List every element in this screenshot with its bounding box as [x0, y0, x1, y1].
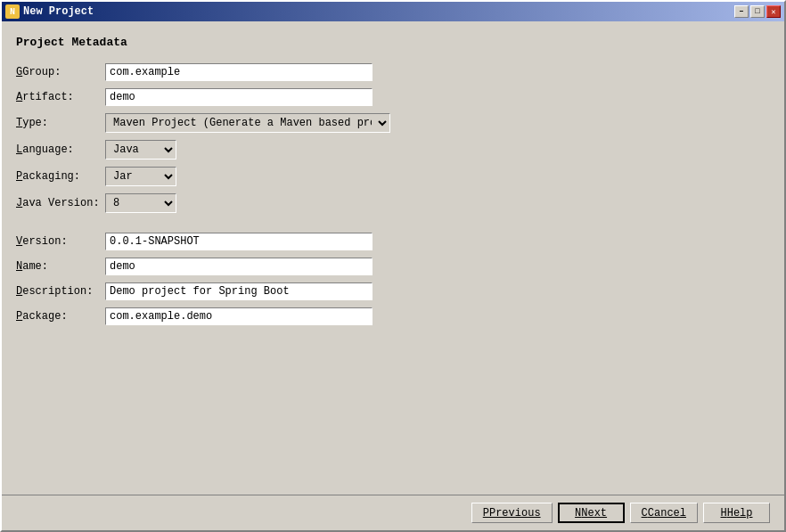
version-input-col: [105, 233, 770, 250]
java-version-input-col: 8 11 14 15: [105, 193, 770, 213]
help-button[interactable]: HHelp: [703, 503, 770, 523]
next-button[interactable]: NNext: [558, 503, 625, 523]
type-row: Type: Maven Project (Generate a Maven ba…: [16, 113, 770, 133]
description-input[interactable]: [105, 282, 373, 300]
packaging-input-col: Jar War: [105, 167, 770, 186]
language-input-col: Java Kotlin Groovy: [105, 140, 770, 160]
section-title: Project Metadata: [16, 36, 770, 49]
group-input-col: [105, 63, 770, 81]
new-project-window: N New Project – □ ✕ Project Metadata GGr…: [0, 0, 786, 532]
name-input[interactable]: [105, 258, 373, 275]
window-title: New Project: [23, 5, 94, 18]
description-row: Description:: [16, 282, 770, 300]
close-button[interactable]: ✕: [766, 5, 781, 18]
window-icon: N: [5, 4, 20, 19]
java-version-label: Java Version:: [16, 197, 105, 209]
cancel-button[interactable]: CCancel: [630, 503, 698, 523]
description-label: Description:: [16, 285, 105, 298]
package-input[interactable]: [105, 307, 373, 325]
artifact-row: Artifact:: [16, 88, 770, 106]
type-input-col: Maven Project (Generate a Maven based pr…: [105, 113, 770, 133]
language-row: Language: Java Kotlin Groovy: [16, 140, 770, 160]
package-label: Package:: [16, 310, 105, 323]
form-section: GGroup: Artifact: Type:: [16, 63, 770, 329]
artifact-input[interactable]: [105, 88, 373, 106]
gap1: [16, 220, 770, 229]
java-version-select[interactable]: 8 11 14 15: [105, 193, 176, 213]
button-bar: PPrevious NNext CCancel HHelp: [2, 495, 784, 530]
package-input-col: [105, 307, 770, 325]
type-select[interactable]: Maven Project (Generate a Maven based pr…: [105, 113, 390, 133]
version-input[interactable]: [105, 233, 373, 250]
description-input-col: [105, 282, 770, 300]
artifact-label: Artifact:: [16, 91, 105, 103]
packaging-row: Packaging: Jar War: [16, 167, 770, 186]
content-area: Project Metadata GGroup: Artifact:: [2, 21, 784, 495]
java-version-row: Java Version: 8 11 14 15: [16, 193, 770, 213]
maximize-button[interactable]: □: [750, 5, 765, 18]
previous-button[interactable]: PPrevious: [471, 503, 553, 523]
name-input-col: [105, 258, 770, 275]
packaging-select[interactable]: Jar War: [105, 167, 176, 186]
name-row: Name:: [16, 258, 770, 275]
minimize-button[interactable]: –: [734, 5, 749, 18]
artifact-input-col: [105, 88, 770, 106]
title-bar-buttons: – □ ✕: [734, 5, 781, 18]
version-label: Version:: [16, 235, 105, 248]
version-row: Version:: [16, 233, 770, 250]
name-label: Name:: [16, 260, 105, 273]
language-select[interactable]: Java Kotlin Groovy: [105, 140, 176, 160]
content-spacer: [16, 329, 770, 480]
package-row: Package:: [16, 307, 770, 325]
type-label: Type:: [16, 117, 105, 129]
group-input[interactable]: [105, 63, 373, 81]
language-label: Language:: [16, 143, 105, 156]
group-row: GGroup:: [16, 63, 770, 81]
title-bar: N New Project – □ ✕: [2, 2, 784, 21]
group-label: GGroup:: [16, 66, 105, 78]
packaging-label: Packaging:: [16, 170, 105, 183]
